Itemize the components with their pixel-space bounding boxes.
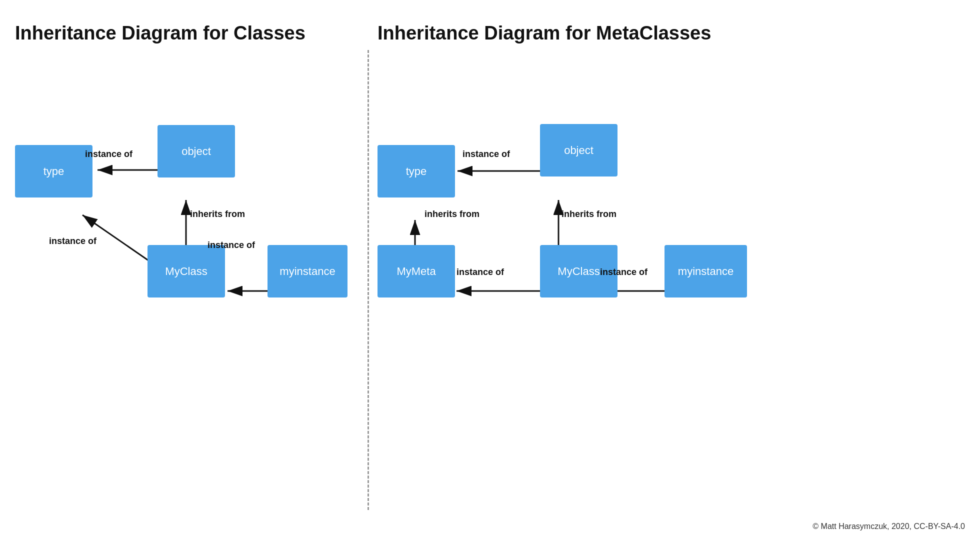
left-myinstance-box: myinstance xyxy=(268,245,348,298)
right-panel: Inheritance Diagram for MetaClasses xyxy=(378,0,980,540)
right-label-instance-of-myinstance: instance of xyxy=(600,267,648,278)
right-mymeta-box: MyMeta xyxy=(378,245,455,298)
footer: © Matt Harasymczuk, 2020, CC-BY-SA-4.0 xyxy=(812,522,965,531)
left-object-box: object xyxy=(158,125,235,178)
right-label-inherits-from-type: inherits from xyxy=(424,209,480,220)
right-object-box: object xyxy=(540,124,618,176)
right-label-inherits-from-object: inherits from xyxy=(562,209,616,220)
divider xyxy=(368,50,369,510)
left-label-instance-of-myclass-type: instance of xyxy=(49,236,96,246)
right-panel-title: Inheritance Diagram for MetaClasses xyxy=(378,22,711,44)
right-type-box: type xyxy=(378,145,455,198)
right-label-instance-of-mymeta: instance of xyxy=(456,267,504,278)
right-label-instance-of-object-type: instance of xyxy=(462,149,510,160)
left-myclass-box: MyClass xyxy=(148,245,225,298)
left-label-instance-of-myinstance-myclass: instance of xyxy=(208,240,255,250)
page-container: Inheritance Diagram for Classes xyxy=(0,0,980,540)
right-myinstance-box: myinstance xyxy=(664,245,747,298)
left-label-instance-of-object-type: instance of xyxy=(85,149,132,160)
left-type-box: type xyxy=(15,145,92,198)
left-label-inherits-from: inherits from xyxy=(190,209,245,220)
left-panel: Inheritance Diagram for Classes xyxy=(0,0,368,540)
left-panel-title: Inheritance Diagram for Classes xyxy=(15,22,306,44)
